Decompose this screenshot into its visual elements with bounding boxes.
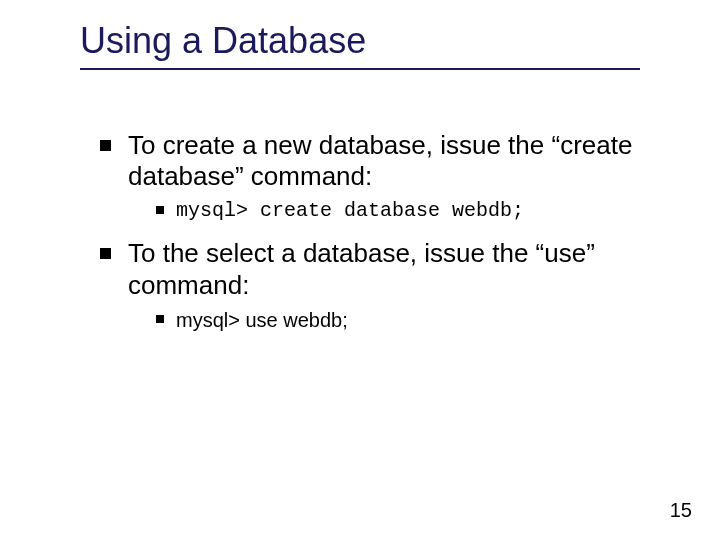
sub-bullet-text: mysql> use webdb; xyxy=(176,309,348,331)
bullet-list: To create a new database, issue the “cre… xyxy=(100,130,670,333)
sub-bullet-list: mysql> use webdb; xyxy=(156,307,670,333)
sub-bullet-list: mysql> create database webdb; xyxy=(156,198,670,224)
sub-bullet-text: mysql> create database webdb; xyxy=(176,199,524,222)
page-number: 15 xyxy=(670,499,692,522)
sub-bullet-item: mysql> create database webdb; xyxy=(156,198,670,224)
bullet-text: To create a new database, issue the “cre… xyxy=(128,130,632,191)
sub-bullet-item: mysql> use webdb; xyxy=(156,307,670,333)
title-underline xyxy=(80,68,640,70)
bullet-text: To the select a database, issue the “use… xyxy=(128,238,595,299)
slide-title: Using a Database xyxy=(80,20,670,62)
slide: Using a Database To create a new databas… xyxy=(0,0,720,540)
bullet-item: To the select a database, issue the “use… xyxy=(100,238,670,332)
bullet-item: To create a new database, issue the “cre… xyxy=(100,130,670,224)
